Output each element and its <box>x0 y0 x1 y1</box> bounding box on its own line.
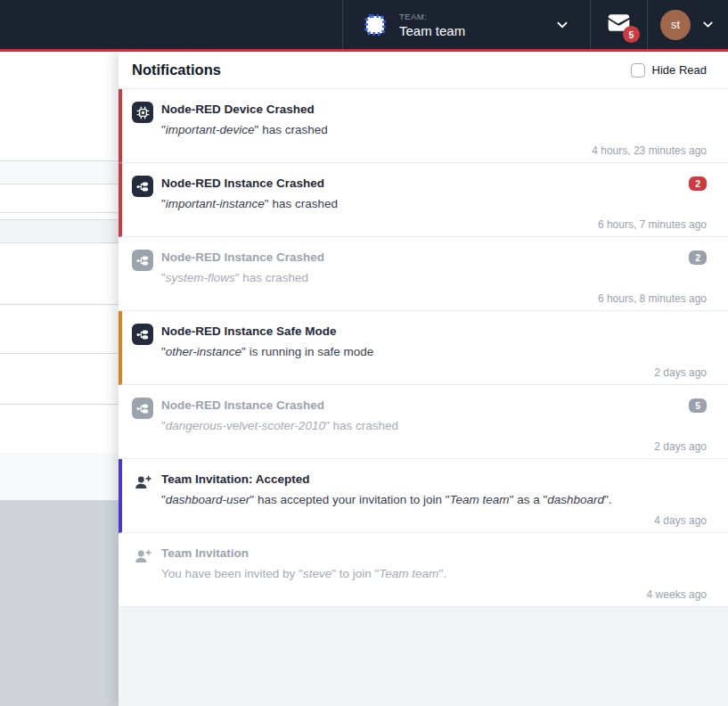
notification-title: Node-RED Instance Safe Mode <box>161 323 337 340</box>
node-red-instance-icon <box>135 401 151 416</box>
notification-message: "system-flows" has crashed <box>161 269 707 286</box>
background-row <box>0 220 119 243</box>
notification-message: "dashboard-user" has accepted your invit… <box>161 491 707 508</box>
notification-timestamp: 2 days ago <box>161 440 707 453</box>
unread-count-badge: 5 <box>623 26 640 43</box>
device-chip-icon <box>135 105 151 120</box>
chevron-down-icon <box>700 17 716 32</box>
node-red-instance-icon <box>135 253 151 268</box>
notification-message: "important-device" has crashed <box>161 121 707 138</box>
notification-message: "dangerous-velvet-scoter-2010" has crash… <box>161 417 707 434</box>
hide-read-toggle[interactable]: Hide Read <box>631 63 707 78</box>
notification-timestamp: 4 days ago <box>161 514 707 527</box>
node-red-instance-icon <box>135 179 151 194</box>
notification-title: Node-RED Instance Crashed <box>161 397 324 414</box>
notification-item[interactable]: Node-RED Instance Safe Mode "other-insta… <box>119 311 728 385</box>
background-row <box>0 160 119 185</box>
notification-item[interactable]: Team Invitation: Accepted "dashboard-use… <box>119 459 728 533</box>
background-row <box>0 453 119 500</box>
notification-icon <box>132 176 153 197</box>
notification-item[interactable]: Team Invitation You have been invited by… <box>119 533 728 607</box>
background-footer <box>0 500 119 706</box>
notification-timestamp: 4 weeks ago <box>161 588 707 601</box>
notification-timestamp: 6 hours, 7 minutes ago <box>161 218 707 231</box>
notification-count-badge: 2 <box>689 250 707 265</box>
avatar: st <box>660 10 691 40</box>
user-add-icon <box>134 473 152 492</box>
notification-title: Team Invitation <box>161 545 249 562</box>
team-label: TEAM: <box>399 12 465 21</box>
notification-timestamp: 2 days ago <box>161 366 707 379</box>
notification-list: Node-RED Device Crashed "important-devic… <box>119 89 728 706</box>
user-add-icon <box>134 547 152 566</box>
team-name: Team team <box>399 23 465 38</box>
notification-icon <box>132 472 153 493</box>
notification-count-badge: 2 <box>689 176 707 191</box>
notification-icon <box>132 324 153 345</box>
notification-title: Node-RED Device Crashed <box>161 101 315 118</box>
notification-message: "important-instance" has crashed <box>161 195 707 212</box>
hide-read-checkbox[interactable] <box>631 63 645 78</box>
notification-icon <box>132 250 153 271</box>
notification-count-badge: 5 <box>689 398 707 413</box>
notification-title: Node-RED Instance Crashed <box>161 175 324 192</box>
notifications-mail-button[interactable]: 5 <box>590 0 647 49</box>
node-red-instance-icon <box>135 327 151 342</box>
notification-message: You have been invited by "steve" to join… <box>161 565 707 582</box>
notifications-panel-header: Notifications Hide Read <box>119 52 728 89</box>
notification-message: "other-instance" is running in safe mode <box>161 343 707 360</box>
notification-item[interactable]: Node-RED Device Crashed "important-devic… <box>119 89 728 163</box>
notification-item[interactable]: Node-RED Instance Crashed 2 "system-flow… <box>119 237 728 311</box>
notification-icon <box>132 398 153 419</box>
background-page <box>0 52 119 706</box>
notification-icon <box>132 546 153 567</box>
notification-item[interactable]: Node-RED Instance Crashed 2 "important-i… <box>119 163 728 237</box>
team-icon <box>363 12 388 37</box>
notification-item[interactable]: Node-RED Instance Crashed 5 "dangerous-v… <box>119 385 728 459</box>
user-menu[interactable]: st <box>647 0 728 49</box>
notification-title: Node-RED Instance Crashed <box>161 249 324 266</box>
notification-icon <box>132 102 153 123</box>
top-navbar: TEAM: Team team 5 st <box>0 0 728 52</box>
notification-title: Team Invitation: Accepted <box>161 471 310 488</box>
notification-timestamp: 4 hours, 23 minutes ago <box>161 144 707 157</box>
notifications-panel: Notifications Hide Read Node-RED Device … <box>119 52 728 706</box>
page-title: Notifications <box>132 62 221 78</box>
notification-timestamp: 6 hours, 8 minutes ago <box>161 292 707 305</box>
chevron-down-icon <box>554 17 570 33</box>
hide-read-label: Hide Read <box>652 63 707 77</box>
team-selector[interactable]: TEAM: Team team <box>342 0 590 49</box>
